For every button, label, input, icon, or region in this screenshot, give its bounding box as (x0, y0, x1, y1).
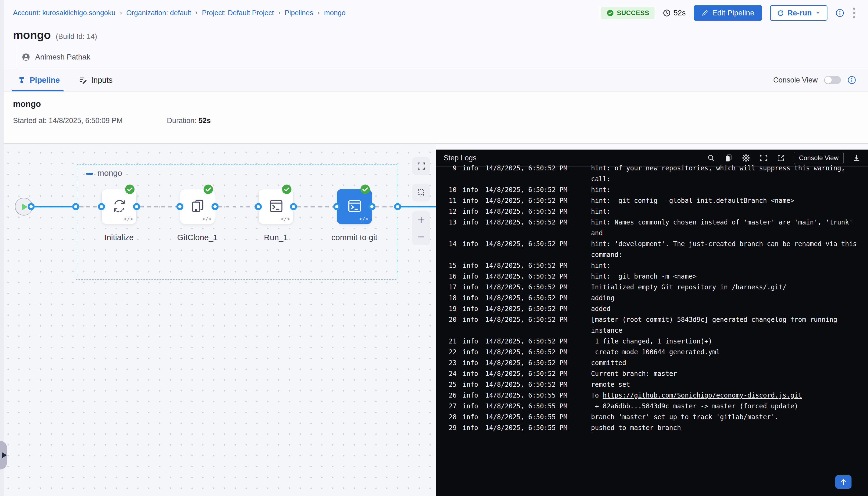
step-node-commit-to-git[interactable]: </> (337, 189, 372, 224)
breadcrumb-separator: › (317, 9, 320, 16)
tab-inputs[interactable]: Inputs (79, 69, 112, 91)
step-logs-panel: Step Logs (436, 150, 868, 496)
log-level: info (463, 304, 479, 314)
log-line: 15info14/8/2025, 6:50:52 PMhint: (436, 260, 868, 271)
step-label: GitClone_1 (154, 233, 241, 242)
tab-pipeline[interactable]: Pipeline (17, 69, 60, 91)
zoom-out-button[interactable] (416, 231, 426, 243)
log-timestamp: 14/8/2025, 6:50:52 PM (485, 293, 571, 304)
log-level: info (463, 314, 479, 325)
arrow-up-icon (839, 478, 848, 486)
log-level: info (463, 163, 479, 174)
git-clone-icon (189, 198, 206, 215)
log-message: hint: git branch -m <name> (591, 271, 697, 282)
log-message: hint: (591, 260, 610, 271)
log-line: 20info14/8/2025, 6:50:52 PM[master (root… (436, 314, 868, 336)
step-connector-dashed (297, 206, 333, 207)
breadcrumb-item[interactable]: Account: kurosakiichigo.songoku (13, 9, 115, 17)
log-timestamp: 14/8/2025, 6:50:52 PM (485, 358, 571, 368)
download-logs-button[interactable] (852, 154, 861, 162)
breadcrumb-item[interactable]: Organization: default (126, 9, 191, 17)
refresh-icon (777, 9, 784, 17)
breadcrumb-item[interactable]: Project: Default Project (202, 9, 274, 17)
log-timestamp: 14/8/2025, 6:50:55 PM (485, 422, 571, 433)
log-timestamp: 14/8/2025, 6:50:52 PM (485, 163, 571, 174)
tab-bar: Pipeline Inputs Console View (0, 69, 868, 91)
step-port (290, 203, 297, 210)
divider (436, 144, 868, 150)
divider (17, 45, 17, 70)
copy-logs-button[interactable] (724, 154, 733, 162)
step-connector-dashed (375, 206, 394, 207)
fullscreen-icon (417, 161, 426, 171)
execution-info-button[interactable] (836, 9, 844, 17)
open-logs-new-tab-button[interactable] (777, 154, 785, 162)
canvas-fullscreen-button[interactable] (412, 157, 430, 175)
breadcrumb-separator: › (196, 9, 198, 16)
log-line-number: 12 (448, 206, 456, 217)
log-line-number: 27 (448, 401, 456, 412)
log-line: 29info14/8/2025, 6:50:55 PMpushed to mas… (436, 422, 868, 433)
log-timestamp: 14/8/2025, 6:50:52 PM (485, 271, 571, 282)
canvas-selection-button[interactable] (412, 184, 430, 201)
step-success-badge (203, 184, 213, 195)
breadcrumb-item[interactable]: Pipelines (285, 9, 313, 17)
console-view-toggle-group: Console View (773, 76, 856, 84)
log-lines: 9info14/8/2025, 6:50:52 PMhint: of your … (436, 163, 868, 433)
step-port (368, 203, 375, 210)
stage-collapse-button[interactable] (86, 173, 93, 175)
more-options-button[interactable] (852, 7, 856, 19)
log-repo-link[interactable]: https://github.com/Sonichigo/economy-dis… (603, 392, 802, 399)
log-search-button[interactable] (707, 154, 715, 162)
log-message: + 82a6dbb...5843d9c master -> master (fo… (591, 401, 798, 412)
log-console-view-button[interactable]: Console View (794, 152, 844, 164)
log-settings-button[interactable] (741, 153, 750, 162)
scroll-to-top-button[interactable] (835, 475, 852, 489)
step-label: Initialize (76, 233, 162, 242)
edit-pipeline-button[interactable]: Edit Pipeline (694, 5, 762, 21)
pipeline-icon (17, 76, 26, 84)
log-level: info (463, 401, 479, 412)
user-avatar-icon (22, 53, 30, 61)
breadcrumb-item[interactable]: mongo (324, 9, 346, 17)
expand-sidebar-arrow-icon (2, 452, 7, 458)
log-line-number: 16 (448, 271, 456, 282)
log-level: info (463, 206, 479, 217)
log-level: info (463, 347, 479, 358)
log-message: To https://github.com/Sonichigo/economy-… (591, 390, 802, 401)
log-line-number: 13 (448, 217, 456, 228)
top-header: Account: kurosakiichigo.songoku›Organiza… (0, 0, 868, 26)
console-view-info-icon[interactable] (848, 76, 856, 84)
log-line-number: 20 (448, 314, 456, 325)
step-node-gitclone-1[interactable]: </> (180, 189, 215, 224)
rerun-button[interactable]: Re-run (770, 5, 827, 21)
log-line-number: 25 (448, 379, 456, 390)
log-level: info (463, 422, 479, 433)
zoom-in-button[interactable] (416, 214, 426, 226)
started-at: Started at: 14/8/2025, 6:50:09 PM (13, 117, 123, 125)
log-timestamp: 14/8/2025, 6:50:52 PM (485, 304, 571, 314)
log-timestamp: 14/8/2025, 6:50:52 PM (485, 217, 571, 228)
step-node-run-1[interactable]: </> (258, 189, 294, 224)
trigger-info-row: Animesh Pathak (17, 45, 90, 69)
log-message: hint: Names commonly chosen instead of '… (591, 217, 853, 238)
expand-sidebar-handle[interactable] (0, 441, 7, 469)
log-message: committed (591, 358, 626, 368)
log-message: create mode 100644 generated.yml (591, 347, 720, 358)
code-glyph: </> (359, 216, 368, 222)
log-line: 27info14/8/2025, 6:50:55 PM + 82a6dbb...… (436, 401, 868, 412)
log-timestamp: 14/8/2025, 6:50:52 PM (485, 314, 571, 325)
step-port (98, 203, 105, 210)
trigger-author: Animesh Pathak (35, 53, 90, 61)
step-node-initialize[interactable]: </> (102, 189, 137, 224)
console-view-label: Console View (773, 76, 818, 84)
stage-name: mongo (97, 169, 122, 178)
step-port (212, 203, 219, 210)
log-message: hint: 'development'. The just-created br… (591, 238, 857, 260)
pipeline-graph-canvas[interactable]: mongo </>Initialize</>GitClone_1</>Run_1… (0, 144, 436, 496)
log-line: 24info14/8/2025, 6:50:52 PMCurrent branc… (436, 368, 868, 379)
log-fullscreen-button[interactable] (759, 154, 768, 162)
caret-down-icon (815, 10, 821, 16)
log-message: branch 'master' set up to track 'gitlab/… (591, 412, 779, 422)
console-view-toggle[interactable] (824, 76, 841, 84)
